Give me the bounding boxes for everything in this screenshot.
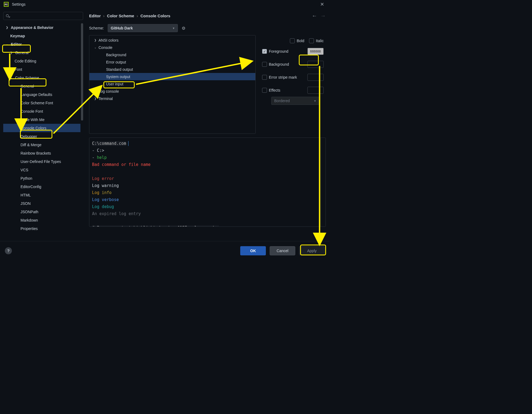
cancel-button[interactable]: Cancel xyxy=(270,246,295,255)
foreground-swatch[interactable]: BBBBBB xyxy=(307,48,324,55)
cat-item-background[interactable]: Background xyxy=(89,51,255,58)
effects-swatch[interactable] xyxy=(307,87,324,94)
sidebar-item-cs-debugger[interactable]: Debugger xyxy=(3,132,80,141)
settings-search[interactable]: ▾ xyxy=(3,12,83,20)
cat-item-console[interactable]: ⌄Console xyxy=(89,44,255,51)
sidebar-item-cs-json[interactable]: JSON xyxy=(3,199,80,208)
bold-checkbox[interactable]: Bold xyxy=(290,38,304,43)
sidebar-item-label: General xyxy=(21,84,34,88)
window-title: Settings xyxy=(12,2,26,6)
sidebar-item-editor[interactable]: ⌄Editor xyxy=(3,40,80,48)
background-checkbox[interactable]: Background xyxy=(262,62,289,67)
cat-item-label: User input xyxy=(106,82,123,86)
nav-back-icon[interactable]: ← xyxy=(312,13,317,19)
sidebar-item-cs-python[interactable]: Python xyxy=(3,174,80,182)
sidebar-item-label: Color Scheme Font xyxy=(21,101,53,105)
sidebar-item-cs-diff-merge[interactable]: Diff & Merge xyxy=(3,141,80,149)
cat-item-log-console[interactable]: ❯Log console xyxy=(89,88,255,95)
sidebar-item-label: Editor xyxy=(11,42,22,46)
preview-line: # Process output highlighted using ANSI … xyxy=(92,225,219,227)
sidebar-item-label: Console Colors xyxy=(21,126,46,130)
preview-seg: C:> xyxy=(97,148,104,153)
category-tree[interactable]: ❯ANSI colors ⌄Console Background Error o… xyxy=(89,35,256,134)
sidebar-item-cs-code-with-me[interactable]: Code With Me xyxy=(3,115,80,124)
sidebar-item-cs-vcs[interactable]: VCS xyxy=(3,166,80,174)
cat-item-user-input[interactable]: User input xyxy=(89,80,255,88)
sidebar-item-keymap[interactable]: Keymap xyxy=(3,32,80,40)
sidebar-item-label: Color Scheme xyxy=(15,76,39,80)
error-stripe-checkbox[interactable]: Error stripe mark xyxy=(262,75,297,80)
cat-item-error-output[interactable]: Error output xyxy=(89,58,255,66)
preview-seg: Log xyxy=(92,197,99,202)
sidebar-item-cs-editorconfig[interactable]: EditorConfig xyxy=(3,182,80,191)
sidebar-item-label: JSONPath xyxy=(21,210,38,214)
cat-item-label: Standard output xyxy=(106,67,133,72)
button-label: Cancel xyxy=(277,249,289,253)
chevron-down-icon: ▼ xyxy=(314,99,316,102)
preview-seg: Log xyxy=(92,190,99,195)
gear-icon[interactable]: ⚙ xyxy=(182,26,185,31)
sidebar-item-cs-properties[interactable]: Properties xyxy=(3,224,80,233)
sidebar-item-cs-markdown[interactable]: Markdown xyxy=(3,216,80,224)
breadcrumb-segment[interactable]: Console Colors xyxy=(140,14,170,18)
breadcrumb: Editor › Color Scheme › Console Colors ←… xyxy=(89,10,326,21)
sidebar-item-cs-console-colors[interactable]: Console Colors xyxy=(3,124,80,132)
sidebar-item-cs-rainbow[interactable]: Rainbow Brackets xyxy=(3,149,80,157)
sidebar-item-label: Console Font xyxy=(21,109,43,113)
checkbox-label: Foreground xyxy=(269,49,288,54)
apply-button[interactable]: Apply xyxy=(299,246,325,255)
sidebar-item-cs-console-font[interactable]: Console Font xyxy=(3,107,80,115)
effects-checkbox[interactable]: Effects xyxy=(262,88,280,93)
preview-seg: command xyxy=(99,162,121,167)
sidebar-item-cs-udft[interactable]: User-Defined File Types xyxy=(3,157,80,166)
preview-seg: Log xyxy=(92,176,99,181)
sidebar-item-color-scheme[interactable]: ⌄Color Scheme xyxy=(3,74,80,82)
cat-item-ansi[interactable]: ❯ANSI colors xyxy=(89,36,255,44)
cat-item-system-output[interactable]: System output xyxy=(89,73,255,80)
sidebar-item-font[interactable]: Font xyxy=(3,65,80,74)
sidebar-item-label: Diff & Merge xyxy=(21,143,42,147)
cat-item-label: Terminal xyxy=(99,96,113,101)
scheme-label: Scheme: xyxy=(89,26,104,30)
checkbox-label: Error stripe mark xyxy=(269,75,297,79)
italic-checkbox[interactable]: Italic xyxy=(309,38,324,43)
sidebar-item-cs-general[interactable]: General xyxy=(3,82,80,90)
ok-button[interactable]: OK xyxy=(240,246,266,255)
sidebar-item-cs-jsonpath[interactable]: JSONPath xyxy=(3,208,80,216)
sidebar-item-cs-font[interactable]: Color Scheme Font xyxy=(3,99,80,107)
color-value: BBBBBB xyxy=(310,50,321,53)
background-swatch[interactable] xyxy=(307,61,324,68)
sidebar-item-label: Properties xyxy=(21,226,38,231)
search-input[interactable] xyxy=(11,14,81,18)
sidebar-item-code-editing[interactable]: Code Editing xyxy=(3,57,80,65)
preview-seg: Log xyxy=(92,183,99,188)
nav-forward-icon[interactable]: → xyxy=(320,13,326,19)
sidebar-item-appearance[interactable]: ❯Appearance & Behavior xyxy=(3,23,80,32)
cat-item-label: Error output xyxy=(106,60,126,64)
preview-line: C:\command.com xyxy=(92,141,126,146)
sidebar-item-general[interactable]: ❯General xyxy=(3,48,80,57)
scheme-combo[interactable]: GitHub Dark ▼ xyxy=(108,24,178,32)
foreground-checkbox[interactable]: ✓Foreground xyxy=(262,49,288,54)
button-label: Apply xyxy=(307,249,317,253)
help-icon[interactable]: ? xyxy=(5,247,12,254)
sidebar-item-label: Font xyxy=(15,67,22,72)
error-stripe-swatch[interactable] xyxy=(307,74,324,81)
effects-combo[interactable]: Bordered ▼ xyxy=(271,97,319,105)
sidebar-item-label: Code With Me xyxy=(21,118,45,122)
close-icon[interactable]: ✕ xyxy=(318,1,326,8)
sidebar-item-label: HTML xyxy=(21,193,31,197)
sidebar-item-cs-lang-defaults[interactable]: Language Defaults xyxy=(3,90,80,99)
sidebar-item-label: JSON xyxy=(21,201,31,206)
breadcrumb-segment[interactable]: Color Scheme xyxy=(107,14,134,18)
preview-seg: or xyxy=(121,162,126,167)
sidebar-item-label: Markdown xyxy=(21,218,38,222)
preview-seg: log xyxy=(119,211,126,216)
cat-item-terminal[interactable]: ❯Terminal xyxy=(89,95,255,102)
sidebar-item-cs-html[interactable]: HTML xyxy=(3,191,80,199)
checkbox-label: Bold xyxy=(297,39,304,43)
sidebar-scrollbar[interactable] xyxy=(81,23,83,121)
breadcrumb-segment[interactable]: Editor xyxy=(89,14,101,18)
preview-pane: C:\command.com - C:> - help Bad command … xyxy=(89,138,326,227)
cat-item-standard-output[interactable]: Standard output xyxy=(89,66,255,73)
